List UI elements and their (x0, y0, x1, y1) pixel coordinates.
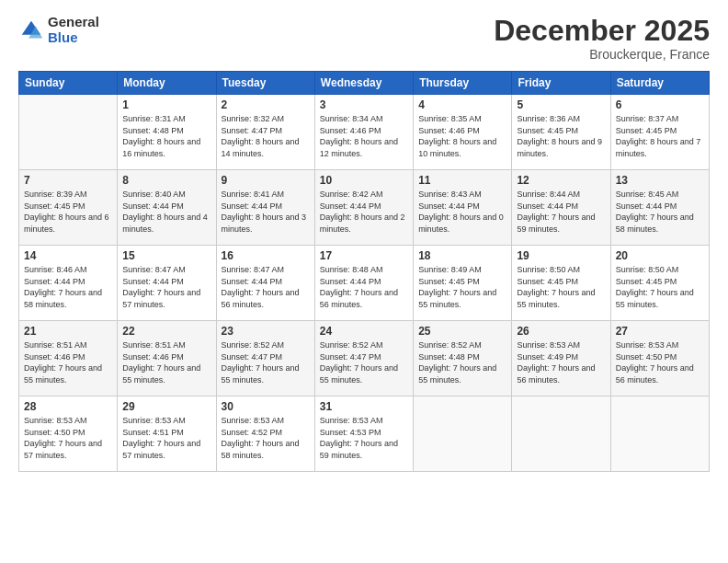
day-number: 22 (122, 325, 210, 338)
day-detail: Sunrise: 8:46 AMSunset: 4:44 PMDaylight:… (24, 264, 112, 310)
calendar-week-row: 7Sunrise: 8:39 AMSunset: 4:45 PMDaylight… (19, 170, 710, 246)
calendar-cell: 19Sunrise: 8:50 AMSunset: 4:45 PMDayligh… (512, 246, 610, 321)
calendar-cell: 10Sunrise: 8:42 AMSunset: 4:44 PMDayligh… (314, 170, 413, 246)
day-detail: Sunrise: 8:45 AMSunset: 4:44 PMDaylight:… (616, 189, 704, 235)
day-detail: Sunrise: 8:53 AMSunset: 4:49 PMDaylight:… (517, 339, 605, 385)
calendar-cell: 25Sunrise: 8:52 AMSunset: 4:48 PMDayligh… (414, 321, 512, 396)
calendar-cell: 5Sunrise: 8:36 AMSunset: 4:45 PMDaylight… (512, 95, 610, 170)
calendar-cell: 9Sunrise: 8:41 AMSunset: 4:44 PMDaylight… (216, 170, 314, 246)
day-number: 11 (418, 174, 506, 187)
calendar-cell: 17Sunrise: 8:48 AMSunset: 4:44 PMDayligh… (314, 246, 413, 321)
day-number: 2 (222, 98, 310, 111)
day-number: 4 (418, 98, 506, 111)
calendar-cell: 20Sunrise: 8:50 AMSunset: 4:45 PMDayligh… (610, 246, 709, 321)
calendar-cell: 15Sunrise: 8:47 AMSunset: 4:44 PMDayligh… (118, 246, 216, 321)
weekday-header: Wednesday (314, 72, 413, 95)
day-detail: Sunrise: 8:36 AMSunset: 4:45 PMDaylight:… (517, 113, 605, 159)
day-number: 14 (24, 249, 112, 262)
day-detail: Sunrise: 8:53 AMSunset: 4:50 PMDaylight:… (616, 339, 704, 385)
calendar-cell: 12Sunrise: 8:44 AMSunset: 4:44 PMDayligh… (512, 170, 610, 246)
day-number: 12 (517, 174, 605, 187)
calendar-cell (414, 396, 512, 472)
day-number: 28 (24, 400, 112, 413)
day-number: 9 (222, 174, 310, 187)
calendar-cell: 7Sunrise: 8:39 AMSunset: 4:45 PMDaylight… (19, 170, 118, 246)
day-number: 15 (122, 249, 210, 262)
day-detail: Sunrise: 8:44 AMSunset: 4:44 PMDaylight:… (517, 189, 605, 235)
day-detail: Sunrise: 8:51 AMSunset: 4:46 PMDaylight:… (24, 339, 112, 385)
day-detail: Sunrise: 8:40 AMSunset: 4:44 PMDaylight:… (122, 189, 210, 235)
calendar-cell: 29Sunrise: 8:53 AMSunset: 4:51 PMDayligh… (118, 396, 216, 472)
calendar-cell: 22Sunrise: 8:51 AMSunset: 4:46 PMDayligh… (118, 321, 216, 396)
day-number: 6 (616, 98, 704, 111)
calendar-header: SundayMondayTuesdayWednesdayThursdayFrid… (19, 72, 710, 95)
calendar-cell: 13Sunrise: 8:45 AMSunset: 4:44 PMDayligh… (610, 170, 709, 246)
day-detail: Sunrise: 8:41 AMSunset: 4:44 PMDaylight:… (222, 189, 310, 235)
day-detail: Sunrise: 8:47 AMSunset: 4:44 PMDaylight:… (122, 264, 210, 310)
calendar-cell: 30Sunrise: 8:53 AMSunset: 4:52 PMDayligh… (216, 396, 314, 472)
calendar-cell: 6Sunrise: 8:37 AMSunset: 4:45 PMDaylight… (610, 95, 709, 170)
calendar-week-row: 1Sunrise: 8:31 AMSunset: 4:48 PMDaylight… (19, 95, 710, 170)
day-number: 16 (222, 249, 310, 262)
logo-text: General Blue (48, 15, 99, 45)
day-detail: Sunrise: 8:37 AMSunset: 4:45 PMDaylight:… (616, 113, 704, 159)
calendar-title: December 2025 (494, 15, 710, 47)
calendar-cell: 4Sunrise: 8:35 AMSunset: 4:46 PMDaylight… (414, 95, 512, 170)
logo-icon (18, 17, 44, 43)
calendar-cell: 3Sunrise: 8:34 AMSunset: 4:46 PMDaylight… (314, 95, 413, 170)
day-number: 10 (320, 174, 408, 187)
day-detail: Sunrise: 8:53 AMSunset: 4:52 PMDaylight:… (222, 415, 310, 461)
day-detail: Sunrise: 8:50 AMSunset: 4:45 PMDaylight:… (616, 264, 704, 310)
weekday-header: Friday (512, 72, 610, 95)
day-number: 29 (122, 400, 210, 413)
day-number: 3 (320, 98, 408, 111)
day-number: 7 (24, 174, 112, 187)
day-number: 27 (616, 325, 704, 338)
logo: General Blue (18, 15, 99, 45)
calendar-body: 1Sunrise: 8:31 AMSunset: 4:48 PMDaylight… (19, 95, 710, 472)
day-detail: Sunrise: 8:53 AMSunset: 4:51 PMDaylight:… (122, 415, 210, 461)
calendar-cell: 11Sunrise: 8:43 AMSunset: 4:44 PMDayligh… (414, 170, 512, 246)
calendar-cell: 21Sunrise: 8:51 AMSunset: 4:46 PMDayligh… (19, 321, 118, 396)
calendar-cell: 24Sunrise: 8:52 AMSunset: 4:47 PMDayligh… (314, 321, 413, 396)
calendar-cell: 18Sunrise: 8:49 AMSunset: 4:45 PMDayligh… (414, 246, 512, 321)
calendar-cell: 16Sunrise: 8:47 AMSunset: 4:44 PMDayligh… (216, 246, 314, 321)
calendar-cell (610, 396, 709, 472)
calendar-table: SundayMondayTuesdayWednesdayThursdayFrid… (18, 71, 710, 472)
day-number: 25 (418, 325, 506, 338)
day-detail: Sunrise: 8:51 AMSunset: 4:46 PMDaylight:… (122, 339, 210, 385)
calendar-week-row: 21Sunrise: 8:51 AMSunset: 4:46 PMDayligh… (19, 321, 710, 396)
day-detail: Sunrise: 8:52 AMSunset: 4:47 PMDaylight:… (222, 339, 310, 385)
title-area: December 2025 Brouckerque, France (494, 15, 710, 62)
day-detail: Sunrise: 8:43 AMSunset: 4:44 PMDaylight:… (418, 189, 506, 235)
calendar-cell: 2Sunrise: 8:32 AMSunset: 4:47 PMDaylight… (216, 95, 314, 170)
day-number: 18 (418, 249, 506, 262)
day-detail: Sunrise: 8:32 AMSunset: 4:47 PMDaylight:… (222, 113, 310, 159)
calendar-subtitle: Brouckerque, France (494, 47, 710, 62)
day-number: 13 (616, 174, 704, 187)
day-detail: Sunrise: 8:52 AMSunset: 4:48 PMDaylight:… (418, 339, 506, 385)
day-number: 1 (122, 98, 210, 111)
header: General Blue December 2025 Brouckerque, … (18, 15, 710, 62)
day-number: 26 (517, 325, 605, 338)
calendar-cell: 1Sunrise: 8:31 AMSunset: 4:48 PMDaylight… (118, 95, 216, 170)
calendar-cell: 26Sunrise: 8:53 AMSunset: 4:49 PMDayligh… (512, 321, 610, 396)
day-detail: Sunrise: 8:34 AMSunset: 4:46 PMDaylight:… (320, 113, 408, 159)
calendar-cell: 31Sunrise: 8:53 AMSunset: 4:53 PMDayligh… (314, 396, 413, 472)
calendar-cell (19, 95, 118, 170)
day-detail: Sunrise: 8:42 AMSunset: 4:44 PMDaylight:… (320, 189, 408, 235)
day-detail: Sunrise: 8:52 AMSunset: 4:47 PMDaylight:… (320, 339, 408, 385)
page: General Blue December 2025 Brouckerque, … (0, 0, 728, 563)
header-row: SundayMondayTuesdayWednesdayThursdayFrid… (19, 72, 710, 95)
day-detail: Sunrise: 8:53 AMSunset: 4:50 PMDaylight:… (24, 415, 112, 461)
calendar-cell: 27Sunrise: 8:53 AMSunset: 4:50 PMDayligh… (610, 321, 709, 396)
calendar-cell (512, 396, 610, 472)
day-detail: Sunrise: 8:50 AMSunset: 4:45 PMDaylight:… (517, 264, 605, 310)
calendar-week-row: 14Sunrise: 8:46 AMSunset: 4:44 PMDayligh… (19, 246, 710, 321)
weekday-header: Tuesday (216, 72, 314, 95)
day-detail: Sunrise: 8:53 AMSunset: 4:53 PMDaylight:… (320, 415, 408, 461)
day-detail: Sunrise: 8:49 AMSunset: 4:45 PMDaylight:… (418, 264, 506, 310)
calendar-cell: 23Sunrise: 8:52 AMSunset: 4:47 PMDayligh… (216, 321, 314, 396)
calendar-cell: 8Sunrise: 8:40 AMSunset: 4:44 PMDaylight… (118, 170, 216, 246)
day-number: 17 (320, 249, 408, 262)
